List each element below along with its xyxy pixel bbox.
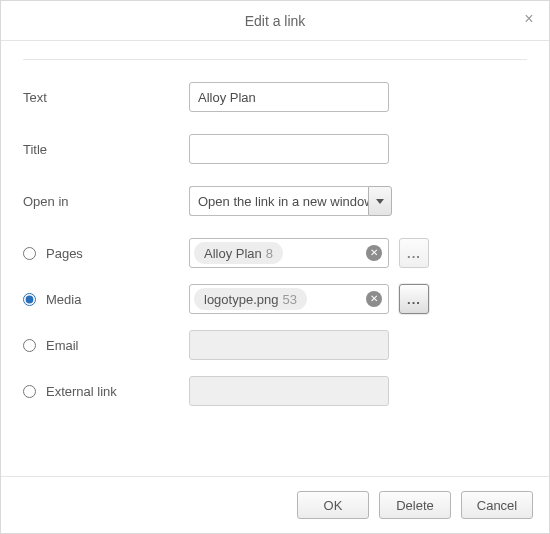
label-external: External link bbox=[46, 384, 117, 399]
title-input[interactable] bbox=[189, 134, 389, 164]
pages-field[interactable]: Alloy Plan 8 ✕ bbox=[189, 238, 389, 268]
pages-chip-id: 8 bbox=[266, 246, 273, 261]
ok-button[interactable]: OK bbox=[297, 491, 369, 519]
close-icon[interactable]: × bbox=[519, 9, 539, 29]
dialog-title: Edit a link bbox=[245, 13, 306, 29]
row-media: Media logotype.png 53 ✕ ... bbox=[23, 284, 527, 314]
divider bbox=[23, 59, 527, 60]
email-field[interactable] bbox=[189, 330, 389, 360]
media-chip: logotype.png 53 bbox=[194, 288, 307, 310]
dialog-footer: OK Delete Cancel bbox=[1, 476, 549, 533]
clear-icon[interactable]: ✕ bbox=[366, 245, 382, 261]
label-media: Media bbox=[46, 292, 81, 307]
media-field[interactable]: logotype.png 53 ✕ bbox=[189, 284, 389, 314]
delete-button[interactable]: Delete bbox=[379, 491, 451, 519]
row-title: Title bbox=[23, 134, 527, 164]
open-in-selected: Open the link in a new window bbox=[189, 186, 368, 216]
media-browse-button[interactable]: ... bbox=[399, 284, 429, 314]
radio-external[interactable] bbox=[23, 385, 36, 398]
cancel-button[interactable]: Cancel bbox=[461, 491, 533, 519]
radio-email[interactable] bbox=[23, 339, 36, 352]
clear-icon[interactable]: ✕ bbox=[366, 291, 382, 307]
label-email: Email bbox=[46, 338, 79, 353]
pages-browse-button[interactable]: ... bbox=[399, 238, 429, 268]
row-text: Text bbox=[23, 82, 527, 112]
row-open-in: Open in Open the link in a new window bbox=[23, 186, 527, 216]
label-open-in: Open in bbox=[23, 194, 189, 209]
external-field[interactable] bbox=[189, 376, 389, 406]
media-chip-name: logotype.png bbox=[204, 292, 278, 307]
pages-chip: Alloy Plan 8 bbox=[194, 242, 283, 264]
radio-pages[interactable] bbox=[23, 247, 36, 260]
label-title: Title bbox=[23, 142, 189, 157]
label-pages: Pages bbox=[46, 246, 83, 261]
pages-chip-name: Alloy Plan bbox=[204, 246, 262, 261]
row-email: Email bbox=[23, 330, 527, 360]
media-chip-id: 53 bbox=[282, 292, 296, 307]
chevron-down-icon[interactable] bbox=[368, 186, 392, 216]
text-input[interactable] bbox=[189, 82, 389, 112]
open-in-select[interactable]: Open the link in a new window bbox=[189, 186, 392, 216]
dialog-titlebar: Edit a link × bbox=[1, 1, 549, 41]
edit-link-dialog: Edit a link × Text Title Open in Open th… bbox=[0, 0, 550, 534]
radio-media[interactable] bbox=[23, 293, 36, 306]
row-external: External link bbox=[23, 376, 527, 406]
label-text: Text bbox=[23, 90, 189, 105]
row-pages: Pages Alloy Plan 8 ✕ ... bbox=[23, 238, 527, 268]
dialog-content: Text Title Open in Open the link in a ne… bbox=[1, 41, 549, 476]
